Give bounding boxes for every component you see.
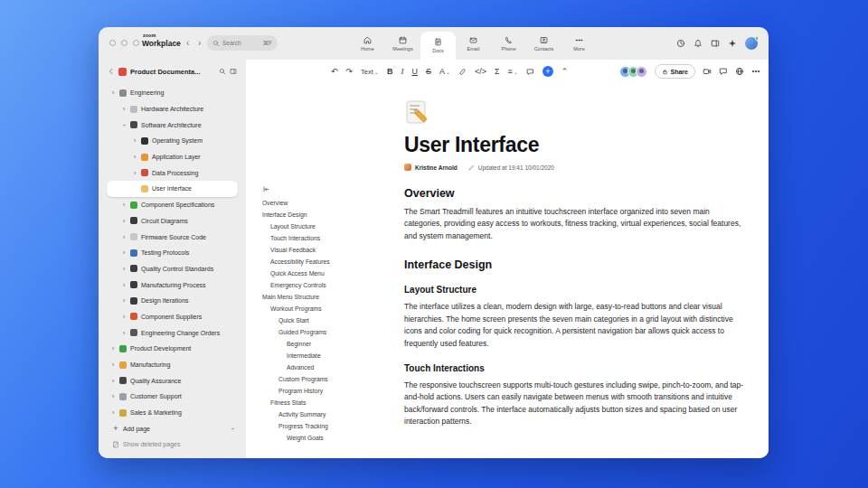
maximize-window-button[interactable] bbox=[133, 40, 139, 46]
tab-meetings[interactable]: Meetings bbox=[385, 27, 420, 60]
memo-emoji-icon[interactable] bbox=[404, 99, 429, 125]
sidebar-item-circuit-diagrams[interactable]: ›Circuit Diagrams bbox=[107, 213, 238, 230]
insert-button[interactable]: + bbox=[542, 66, 553, 77]
minimize-window-button[interactable] bbox=[121, 40, 127, 46]
chevron-right-icon[interactable]: › bbox=[121, 265, 127, 273]
chevron-right-icon[interactable]: › bbox=[110, 344, 116, 352]
chevron-right-icon[interactable]: › bbox=[121, 233, 127, 241]
show-deleted-pages-button[interactable]: Show deleted pages bbox=[107, 436, 238, 453]
video-icon[interactable] bbox=[703, 67, 712, 76]
ai-companion-icon[interactable] bbox=[728, 39, 737, 48]
outline-item-advanced[interactable]: Advanced bbox=[262, 361, 398, 373]
outline-item-beginner[interactable]: Beginner bbox=[262, 338, 398, 350]
nav-back-button[interactable]: ‹ bbox=[186, 38, 189, 48]
sidebar-toggle-icon[interactable] bbox=[711, 39, 720, 48]
outline-item-fitness-stats[interactable]: Fitness Stats bbox=[262, 397, 398, 408]
outline-item-activity-summary[interactable]: Activity Summary bbox=[262, 408, 398, 420]
chat-panel-icon[interactable] bbox=[719, 67, 728, 76]
sidebar-item-engineering-change-orders[interactable]: ›Engineering Change Orders bbox=[107, 324, 238, 341]
tab-contacts[interactable]: Contacts bbox=[526, 27, 561, 60]
chevron-right-icon[interactable]: › bbox=[121, 249, 127, 257]
sidebar-item-component-suppliers[interactable]: ›Component Suppliers bbox=[107, 309, 238, 325]
chevron-down-icon[interactable]: › bbox=[120, 122, 128, 127]
history-icon[interactable] bbox=[676, 39, 685, 48]
sidebar-item-component-specifications[interactable]: ›Component Specifications bbox=[107, 197, 238, 213]
outline-item-visual-feedback[interactable]: Visual Feedback bbox=[262, 244, 398, 256]
tab-phone[interactable]: Phone bbox=[491, 27, 526, 60]
text-style-dropdown[interactable]: Text⌄ bbox=[361, 68, 379, 76]
sidebar-item-engineering[interactable]: ›Engineering bbox=[107, 85, 238, 101]
sidebar-item-firmware-source-code[interactable]: ›Firmware Source Code bbox=[107, 229, 238, 245]
back-arrow-icon[interactable] bbox=[108, 68, 115, 75]
outline-item-custom-programs[interactable]: Custom Programs bbox=[262, 373, 398, 385]
add-page-button[interactable]: +Add page› bbox=[107, 420, 238, 436]
strikethrough-button[interactable]: S bbox=[426, 67, 431, 76]
sidebar-item-software-architecture[interactable]: ›Software Architecture bbox=[107, 117, 238, 133]
outline-item-overview[interactable]: Overview bbox=[262, 197, 398, 209]
sidebar-item-operating-system[interactable]: ›Operating System bbox=[107, 133, 238, 149]
outline-item-touch-interactions[interactable]: Touch Interactions bbox=[262, 232, 398, 244]
equation-button[interactable]: Σ bbox=[495, 67, 500, 76]
chevron-right-icon[interactable]: › bbox=[121, 329, 127, 337]
underline-button[interactable]: U bbox=[411, 67, 418, 76]
collaborator-avatar-3[interactable] bbox=[636, 66, 647, 78]
chevron-right-icon[interactable]: › bbox=[121, 296, 127, 305]
sidebar-item-design-iterations[interactable]: ›Design Iterations bbox=[107, 293, 238, 309]
chevron-down-icon[interactable]: › bbox=[229, 427, 237, 430]
outline-item-main-menu-structure[interactable]: Main Menu Structure bbox=[262, 291, 398, 303]
chevron-right-icon[interactable]: › bbox=[121, 281, 127, 289]
workspace-name[interactable]: Product Documenta... bbox=[130, 68, 215, 76]
globe-icon[interactable] bbox=[735, 67, 744, 76]
sidebar-item-application-layer[interactable]: ›Application Layer bbox=[107, 149, 238, 165]
panel-toggle-icon[interactable] bbox=[230, 68, 237, 75]
chevron-right-icon[interactable]: › bbox=[110, 392, 116, 400]
chevron-right-icon[interactable]: › bbox=[121, 105, 127, 113]
chevron-right-icon[interactable]: › bbox=[121, 313, 127, 321]
tab-more[interactable]: More bbox=[561, 27, 597, 60]
chevron-right-icon[interactable]: › bbox=[121, 201, 127, 209]
italic-button[interactable]: I bbox=[401, 67, 403, 76]
outline-item-emergency-controls[interactable]: Emergency Controls bbox=[262, 279, 398, 291]
search-input[interactable]: Search ⌘F bbox=[207, 35, 278, 51]
sidebar-item-quality-assurance[interactable]: ›Quality Assurance bbox=[107, 372, 238, 389]
tab-email[interactable]: Email bbox=[456, 27, 491, 60]
chevron-right-icon[interactable]: › bbox=[132, 153, 137, 161]
outline-item-quick-start[interactable]: Quick Start bbox=[262, 314, 398, 326]
notifications-icon[interactable] bbox=[693, 39, 703, 48]
chevron-right-icon[interactable]: › bbox=[132, 169, 137, 177]
nav-forward-button[interactable]: › bbox=[198, 38, 201, 48]
user-avatar[interactable] bbox=[745, 37, 758, 50]
chevron-right-icon[interactable]: › bbox=[110, 89, 116, 97]
sidebar-item-hardware-architecture[interactable]: ›Hardware Architecture bbox=[107, 101, 238, 117]
more-options-icon[interactable] bbox=[751, 67, 760, 76]
outline-item-interface-design[interactable]: Interface Design bbox=[262, 209, 398, 221]
outline-item-intermediate[interactable]: Intermediate bbox=[262, 350, 398, 361]
close-window-button[interactable] bbox=[109, 40, 116, 46]
sidebar-item-manufacturing[interactable]: ›Manufacturing bbox=[107, 357, 238, 373]
sidebar-item-quality-control-standards[interactable]: ›Quality Control Standards bbox=[107, 261, 238, 277]
chevron-right-icon[interactable]: › bbox=[110, 408, 116, 417]
sidebar-item-sales-marketing[interactable]: ›Sales & Marketing bbox=[107, 405, 238, 421]
outline-item-quick-access-menu[interactable]: Quick Access Menu bbox=[262, 267, 398, 279]
chevron-right-icon[interactable]: › bbox=[110, 377, 116, 385]
align-button[interactable]: ≡⌄ bbox=[508, 67, 518, 76]
sidebar-item-user-interface[interactable]: ›User Interface bbox=[107, 181, 238, 197]
comment-button[interactable] bbox=[526, 68, 534, 76]
bold-button[interactable]: B bbox=[387, 67, 393, 76]
outline-item-guided-programs[interactable]: Guided Programs bbox=[262, 326, 398, 338]
undo-button[interactable]: ↶ bbox=[331, 67, 338, 76]
chevron-right-icon[interactable]: › bbox=[110, 361, 116, 369]
outline-item-workout-programs[interactable]: Workout Programs bbox=[262, 303, 398, 314]
chevron-right-icon[interactable]: › bbox=[132, 136, 137, 145]
tab-docs[interactable]: Docs bbox=[420, 32, 456, 60]
outline-item-weight-goals[interactable]: Weight Goals bbox=[262, 432, 398, 444]
sidebar-search-icon[interactable] bbox=[219, 68, 226, 75]
outline-item-layout-structure[interactable]: Layout Structure bbox=[262, 221, 398, 232]
outline-item-accessibility-features[interactable]: Accessibility Features bbox=[262, 256, 398, 267]
collapse-toolbar-button[interactable]: ⌃ bbox=[561, 67, 569, 76]
sidebar-item-manufacturing-process[interactable]: ›Manufacturing Process bbox=[107, 277, 238, 293]
redo-button[interactable]: ↷ bbox=[346, 67, 354, 76]
text-color-button[interactable]: A⌄ bbox=[439, 67, 450, 76]
chevron-right-icon[interactable]: › bbox=[121, 217, 127, 225]
collapse-outline-icon[interactable] bbox=[262, 185, 270, 193]
